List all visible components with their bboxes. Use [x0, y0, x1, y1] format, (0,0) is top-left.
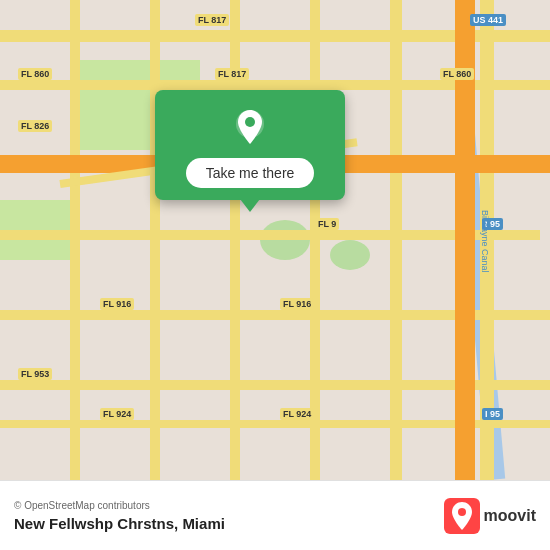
label-fl860-1: FL 860	[18, 68, 52, 80]
park-area-3	[260, 220, 310, 260]
moovit-pin-icon	[448, 500, 476, 532]
label-fl916-1: FL 916	[100, 298, 134, 310]
label-fl817-2: FL 817	[215, 68, 249, 80]
label-fl860-2: FL 860	[440, 68, 474, 80]
label-i95-2: I 95	[482, 408, 503, 420]
moovit-icon	[444, 498, 480, 534]
svg-point-1	[245, 117, 255, 127]
label-us441: US 441	[470, 14, 506, 26]
bottom-bar: © OpenStreetMap contributors New Fellwsh…	[0, 480, 550, 550]
location-popup: Take me there	[155, 90, 345, 200]
label-fl924-2: FL 924	[280, 408, 314, 420]
label-fl953: FL 953	[18, 368, 52, 380]
location-pin-icon	[228, 106, 272, 150]
osm-attribution: © OpenStreetMap contributors	[14, 500, 444, 511]
road-vertical-5	[390, 0, 402, 480]
label-biscayne-canal: Biscayne Canal	[480, 210, 490, 273]
label-fl916-2: FL 916	[280, 298, 314, 310]
label-fl9: FL 9	[315, 218, 339, 230]
label-fl817-1: FL 817	[195, 14, 229, 26]
label-fl826: FL 826	[18, 120, 52, 132]
park-area-4	[330, 240, 370, 270]
place-info: © OpenStreetMap contributors New Fellwsh…	[14, 500, 444, 532]
road-vertical-2	[150, 0, 160, 480]
place-name: New Fellwshp Chrstns, Miami	[14, 515, 444, 532]
map: FL 817 FL 817 FL 860 FL 860 FL 826 FL 9 …	[0, 0, 550, 480]
label-fl924-1: FL 924	[100, 408, 134, 420]
road-vertical-1	[70, 0, 80, 480]
svg-point-2	[458, 508, 466, 516]
take-me-there-button[interactable]: Take me there	[186, 158, 315, 188]
moovit-logo: moovit	[444, 498, 536, 534]
moovit-brand-text: moovit	[484, 507, 536, 525]
